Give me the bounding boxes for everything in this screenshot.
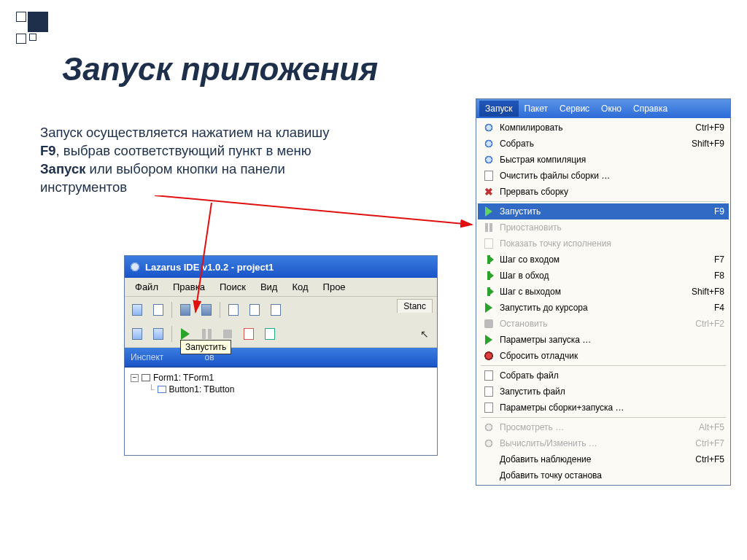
tree-node-button[interactable]: └ Button1: TButton bbox=[131, 384, 431, 395]
menu-item-label: Шаг в обход bbox=[500, 271, 704, 281]
menu-separator bbox=[481, 365, 726, 366]
menu-service[interactable]: Сервис bbox=[554, 101, 595, 117]
document-icon bbox=[482, 169, 495, 182]
menu-help[interactable]: Справка bbox=[627, 101, 673, 117]
form-icon bbox=[142, 374, 150, 381]
play-icon bbox=[482, 205, 495, 218]
titlebar[interactable]: Lazarus IDE v1.0.2 - project1 bbox=[125, 256, 437, 278]
menu-item-label: Добавить точку останова bbox=[500, 470, 724, 481]
save-all-button[interactable] bbox=[197, 300, 216, 319]
menu-item[interactable]: СобратьShift+F9 bbox=[478, 136, 729, 152]
new-button[interactable] bbox=[128, 300, 147, 319]
menu-item[interactable]: Шаг в обходF8 bbox=[478, 268, 729, 284]
menu-search[interactable]: Поиск bbox=[212, 279, 253, 295]
menu-edit[interactable]: Правка bbox=[166, 279, 212, 295]
toolbar: Stanc ↖ Запустить bbox=[125, 297, 437, 348]
menu-shortcut: Ctrl+F9 bbox=[689, 122, 724, 133]
step-icon bbox=[482, 253, 495, 266]
save-button[interactable] bbox=[176, 300, 195, 319]
object-tree[interactable]: − Form1: TForm1 └ Button1: TButton bbox=[125, 368, 437, 456]
step-over-button[interactable] bbox=[239, 324, 258, 343]
form-button[interactable] bbox=[224, 300, 243, 319]
menu-item[interactable]: Шаг с выходомShift+F8 bbox=[478, 284, 729, 300]
menu-item[interactable]: КомпилироватьCtrl+F9 bbox=[478, 120, 729, 136]
unit-button[interactable] bbox=[245, 300, 264, 319]
menu-item-label: Просмотреть … bbox=[500, 422, 689, 432]
menu-shortcut: Shift+F9 bbox=[686, 139, 724, 149]
menu-item[interactable]: Запустить до курсораF4 bbox=[478, 300, 729, 316]
menu-item[interactable]: Параметры запуска … bbox=[478, 332, 729, 348]
menu-item-label: Остановить bbox=[500, 319, 685, 329]
menu-separator bbox=[481, 201, 726, 202]
menu-item-label: Вычислить/Изменить … bbox=[500, 438, 685, 448]
menu-project[interactable]: Прое bbox=[316, 279, 353, 295]
inspector-header: ИнспектЗапуститьов bbox=[125, 348, 437, 368]
button-icon bbox=[158, 386, 166, 393]
menu-item[interactable]: Запустить файл bbox=[478, 384, 729, 400]
menu-item[interactable]: Собрать файл bbox=[478, 368, 729, 384]
gear-icon bbox=[482, 137, 495, 150]
menu-item[interactable]: Шаг со входомF7 bbox=[478, 252, 729, 268]
gear-icon bbox=[482, 437, 495, 450]
play-icon bbox=[181, 328, 190, 340]
menu-item-label: Параметры запуска … bbox=[500, 335, 724, 345]
menu-item-label: Добавить наблюдение bbox=[500, 454, 685, 464]
gear-icon bbox=[482, 153, 495, 166]
bug-icon bbox=[482, 349, 495, 362]
separator bbox=[171, 302, 172, 318]
toggle-button[interactable] bbox=[266, 300, 285, 319]
menu-item-label: Компилировать bbox=[500, 122, 685, 133]
menu-item-label: Сбросить отладчик bbox=[500, 351, 724, 361]
menu-item[interactable]: Сбросить отладчик bbox=[478, 348, 729, 364]
menu-window[interactable]: Окно bbox=[595, 101, 627, 117]
standard-tab[interactable]: Stanc bbox=[397, 299, 433, 313]
gear-icon bbox=[482, 421, 495, 434]
menu-shortcut: F4 bbox=[708, 303, 724, 313]
menu-shortcut: Alt+F5 bbox=[693, 422, 724, 432]
open-button[interactable] bbox=[149, 300, 168, 319]
menu-separator bbox=[481, 417, 726, 418]
menu-item-label: Собрать файл bbox=[500, 370, 724, 381]
app-icon bbox=[129, 261, 141, 273]
menu-item-label: Шаг с выходом bbox=[500, 287, 681, 297]
collapse-icon[interactable]: − bbox=[131, 374, 139, 382]
menu-item: ОстановитьCtrl+F2 bbox=[478, 316, 729, 332]
cursor-tool[interactable]: ↖ bbox=[415, 324, 434, 343]
menu-item[interactable]: Быстрая компиляция bbox=[478, 152, 729, 168]
description-text: Запуск осуществляется нажатием на клавиш… bbox=[40, 124, 347, 197]
menu-item: Вычислить/Изменить …Ctrl+F7 bbox=[478, 435, 729, 451]
stop-icon bbox=[223, 330, 232, 338]
cancel-icon: ✖ bbox=[482, 185, 495, 198]
tree-node-form[interactable]: − Form1: TForm1 bbox=[131, 372, 431, 384]
menu-item-label: Запустить файл bbox=[500, 386, 724, 397]
menu-package[interactable]: Пакет bbox=[519, 101, 554, 117]
menu-run[interactable]: Запуск bbox=[479, 101, 519, 117]
copy-button[interactable] bbox=[128, 324, 147, 343]
menu-item[interactable]: ✖Прервать сборку bbox=[478, 184, 729, 200]
menu-item-label: Шаг со входом bbox=[500, 254, 704, 265]
menubar[interactable]: Запуск Пакет Сервис Окно Справка bbox=[476, 99, 730, 118]
stop-icon bbox=[482, 317, 495, 330]
ide-menubar[interactable]: Файл Правка Поиск Вид Код Прое bbox=[125, 278, 437, 297]
document-icon bbox=[482, 369, 495, 382]
menu-item[interactable]: Добавить точку останова bbox=[478, 467, 729, 483]
menu-view[interactable]: Вид bbox=[253, 279, 285, 295]
menu-item-label: Запустить до курсора bbox=[500, 303, 704, 313]
svg-line-0 bbox=[155, 195, 472, 225]
menu-shortcut: F8 bbox=[708, 271, 724, 281]
menu-item-label: Собрать bbox=[500, 139, 681, 149]
blank-icon bbox=[482, 453, 495, 466]
menu-item[interactable]: Параметры сборки+запуска … bbox=[478, 400, 729, 416]
menu-item-label: Быстрая компиляция bbox=[500, 155, 724, 165]
blank-icon bbox=[482, 469, 495, 482]
paste-button[interactable] bbox=[149, 324, 168, 343]
menu-item[interactable]: Добавить наблюдениеCtrl+F5 bbox=[478, 451, 729, 467]
menu-file[interactable]: Файл bbox=[128, 279, 166, 295]
step-into-button[interactable] bbox=[260, 324, 279, 343]
menu-item[interactable]: ЗапуститьF9 bbox=[478, 203, 729, 219]
run-tooltip: Запустить bbox=[180, 340, 231, 354]
step-icon bbox=[482, 285, 495, 298]
separator bbox=[171, 326, 172, 342]
menu-code[interactable]: Код bbox=[285, 279, 315, 295]
menu-item[interactable]: Очистить файлы сборки … bbox=[478, 168, 729, 184]
